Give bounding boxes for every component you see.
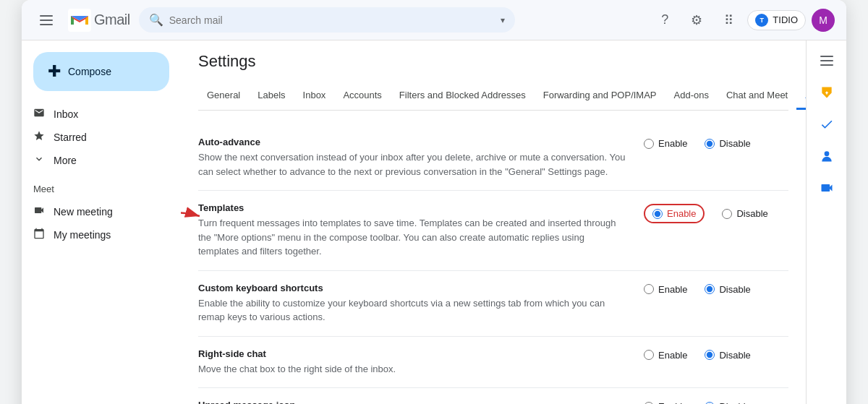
auto-advance-disable-radio[interactable] xyxy=(705,139,715,149)
help-icon[interactable]: ? xyxy=(652,7,678,33)
right-chat-content: Right-side chat Move the chat box to the… xyxy=(198,348,644,377)
new-meeting-label: New meeting xyxy=(54,206,113,218)
enable-label-3: Enable xyxy=(658,284,687,295)
sidebar-item-more[interactable]: More xyxy=(22,149,169,172)
tidio-label: TIDIO xyxy=(773,14,798,25)
meet-section-title: Meet xyxy=(22,172,181,200)
tab-labels[interactable]: Labels xyxy=(249,82,294,110)
right-sidebar-icon-1[interactable] xyxy=(812,46,841,75)
templates-enable-highlight: Enable xyxy=(644,204,705,223)
calendar-icon xyxy=(33,228,45,242)
settings-icon[interactable]: ⚙ xyxy=(684,7,710,33)
right-sidebar xyxy=(806,40,846,404)
menu-icon[interactable] xyxy=(33,7,59,33)
keyboard-disable[interactable]: Disable xyxy=(705,284,750,295)
tab-inbox[interactable]: Inbox xyxy=(294,82,335,110)
inbox-icon xyxy=(33,107,45,121)
tidio-badge[interactable]: T TIDIO xyxy=(747,10,806,30)
svg-point-9 xyxy=(824,151,829,156)
tab-advanced[interactable]: Advanced xyxy=(796,82,806,110)
right-chat-disable-radio[interactable] xyxy=(705,350,715,360)
keyboard-disable-radio[interactable] xyxy=(705,284,715,294)
gmail-logo[interactable]: Gmail xyxy=(68,9,130,32)
settings-row-auto-advance: Auto-advance Show the next conversation … xyxy=(198,125,788,191)
enable-label-4: Enable xyxy=(658,350,687,361)
settings-row-templates: Templates Turn frequent messages into te… xyxy=(198,191,788,271)
auto-advance-enable-radio[interactable] xyxy=(644,139,654,149)
enable-label: Enable xyxy=(658,138,687,149)
templates-enable-radio[interactable] xyxy=(652,209,663,219)
templates-enable[interactable]: Enable xyxy=(652,208,696,219)
topbar-right: ? ⚙ ⠿ T TIDIO M xyxy=(652,7,835,33)
svg-rect-0 xyxy=(40,15,53,17)
compose-label: Compose xyxy=(68,66,111,77)
keyboard-content: Custom keyboard shortcuts Enable the abi… xyxy=(198,283,644,325)
right-sidebar-icon-meet[interactable] xyxy=(812,173,841,202)
auto-advance-enable[interactable]: Enable xyxy=(644,138,687,149)
main-layout: ✚ Compose Inbox Starred More xyxy=(22,40,846,404)
search-icon: 🔍 xyxy=(149,13,163,27)
templates-controls: Enable Disable xyxy=(644,202,788,223)
tab-accounts[interactable]: Accounts xyxy=(334,82,390,110)
avatar[interactable]: M xyxy=(812,9,835,32)
right-chat-desc: Move the chat box to the right side of t… xyxy=(198,362,626,377)
gmail-text: Gmail xyxy=(94,12,130,28)
apps-icon[interactable]: ⠿ xyxy=(715,7,741,33)
settings-row-right-chat: Right-side chat Move the chat box to the… xyxy=(198,337,788,389)
starred-icon xyxy=(33,130,45,145)
unread-disable-radio[interactable] xyxy=(705,402,715,405)
auto-advance-desc: Show the next conversation instead of yo… xyxy=(198,150,626,179)
disable-label: Disable xyxy=(719,138,750,149)
unread-enable[interactable]: Enable xyxy=(644,401,687,404)
sidebar-item-inbox[interactable]: Inbox xyxy=(22,103,169,126)
tab-general[interactable]: General xyxy=(198,82,249,110)
svg-rect-2 xyxy=(40,24,53,25)
compose-button[interactable]: ✚ Compose xyxy=(33,52,169,91)
auto-advance-title: Auto-advance xyxy=(198,137,626,147)
keyboard-enable[interactable]: Enable xyxy=(644,284,687,295)
auto-advance-controls: Enable Disable xyxy=(644,137,788,149)
search-bar[interactable]: 🔍 ▾ xyxy=(139,7,515,33)
right-sidebar-icon-contacts[interactable] xyxy=(812,142,841,171)
keyboard-desc: Enable the ability to customize your key… xyxy=(198,296,626,325)
templates-disable-radio[interactable] xyxy=(722,209,732,219)
tab-chat-meet[interactable]: Chat and Meet xyxy=(718,82,796,110)
more-chevron-icon xyxy=(33,153,45,168)
sidebar-item-starred[interactable]: Starred xyxy=(22,126,169,149)
unread-controls: Enable Disable xyxy=(644,400,788,404)
right-sidebar-icon-check[interactable] xyxy=(812,110,841,139)
tab-filters[interactable]: Filters and Blocked Addresses xyxy=(391,82,535,110)
right-chat-title: Right-side chat xyxy=(198,348,626,359)
svg-rect-6 xyxy=(820,56,833,57)
compose-plus-icon: ✚ xyxy=(48,62,61,81)
tab-forwarding[interactable]: Forwarding and POP/IMAP xyxy=(535,82,665,110)
starred-label: Starred xyxy=(54,132,87,143)
tidio-dot-icon: T xyxy=(755,14,768,27)
right-chat-enable[interactable]: Enable xyxy=(644,350,687,361)
my-meetings-label: My meetings xyxy=(54,229,111,241)
disable-label-5: Disable xyxy=(719,401,750,404)
right-sidebar-icon-notes[interactable] xyxy=(812,78,841,107)
search-dropdown-icon[interactable]: ▾ xyxy=(501,15,505,25)
settings-row-unread: Unread message icon See how many unread … xyxy=(198,388,788,404)
right-chat-enable-radio[interactable] xyxy=(644,350,654,360)
more-label: More xyxy=(54,155,77,166)
right-chat-disable[interactable]: Disable xyxy=(705,350,750,361)
sidebar-item-new-meeting[interactable]: New meeting xyxy=(22,200,169,223)
topbar: Gmail 🔍 ▾ ? ⚙ ⠿ T TIDIO M xyxy=(22,0,846,40)
inbox-label: Inbox xyxy=(54,108,78,120)
svg-rect-1 xyxy=(40,20,53,21)
auto-advance-disable[interactable]: Disable xyxy=(705,138,750,149)
search-input[interactable] xyxy=(169,14,495,26)
templates-disable[interactable]: Disable xyxy=(722,208,767,219)
unread-disable[interactable]: Disable xyxy=(705,401,750,404)
templates-desc: Turn frequent messages into templates to… xyxy=(198,216,626,259)
unread-enable-radio[interactable] xyxy=(644,402,654,405)
tab-addons[interactable]: Add-ons xyxy=(665,82,718,110)
sidebar: ✚ Compose Inbox Starred More xyxy=(22,40,181,404)
sidebar-item-my-meetings[interactable]: My meetings xyxy=(22,223,169,246)
disable-label-2: Disable xyxy=(736,208,767,219)
keyboard-enable-radio[interactable] xyxy=(644,284,654,294)
auto-advance-content: Auto-advance Show the next conversation … xyxy=(198,137,644,179)
keyboard-controls: Enable Disable xyxy=(644,283,788,295)
